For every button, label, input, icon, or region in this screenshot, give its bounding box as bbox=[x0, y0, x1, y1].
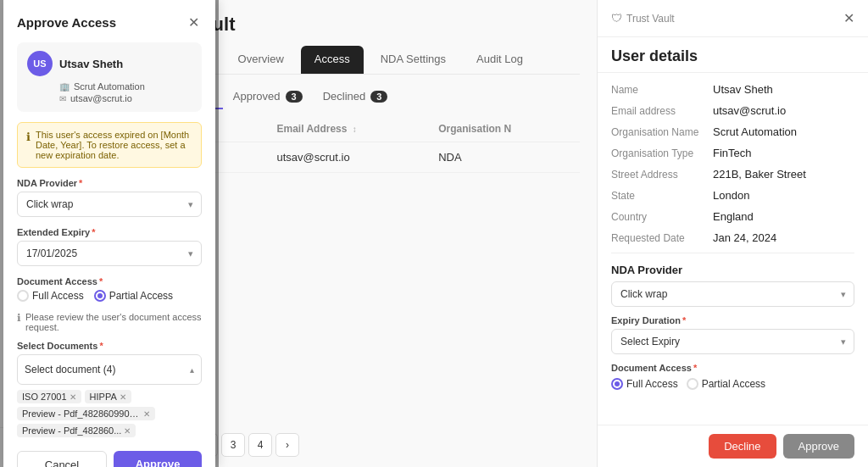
document-access-label: Document Access * bbox=[17, 276, 202, 286]
street-label: Street Address bbox=[611, 168, 713, 181]
col-org: Organisation N bbox=[430, 116, 580, 142]
expiry-label: Expiry Duration * bbox=[611, 315, 854, 325]
full-access-label: Full Access bbox=[32, 290, 84, 302]
state-value: London bbox=[713, 189, 854, 202]
full-access-radio[interactable] bbox=[17, 290, 29, 302]
detail-partial-access-option[interactable]: Partial Access bbox=[687, 378, 765, 390]
detail-nda-provider-select[interactable]: Click wrap bbox=[611, 281, 854, 307]
sub-tab-declined[interactable]: Declined 3 bbox=[313, 85, 398, 109]
tag-close-icon[interactable]: ✕ bbox=[124, 426, 131, 436]
tags-container[interactable]: Select document (4) ▴ bbox=[17, 354, 202, 385]
sort-icon[interactable]: ↕ bbox=[353, 125, 357, 134]
partial-access-label: Partial Access bbox=[109, 290, 173, 302]
selected-tags: ISO 27001 ✕ HIPPA ✕ Preview - Pdf_482860… bbox=[17, 390, 202, 437]
tab-access[interactable]: Access bbox=[301, 46, 364, 74]
doc-access-label: Document Access * bbox=[611, 363, 854, 373]
doc-access-options: Full Access Partial Access bbox=[611, 378, 854, 390]
detail-approve-button[interactable]: Approve bbox=[783, 434, 854, 459]
declined-badge: 3 bbox=[370, 91, 387, 103]
detail-expiry-select-wrap[interactable]: Select Expiry bbox=[611, 329, 854, 354]
detail-street-row: Street Address 221B, Baker Street bbox=[611, 168, 854, 181]
detail-org-type-row: Organisation Type FinTech bbox=[611, 147, 854, 159]
name-value: Utsav Sheth bbox=[713, 83, 854, 96]
nda-provider-group: NDA Provider * Click wrap bbox=[17, 178, 202, 217]
review-text: Please review the user's document access… bbox=[25, 312, 202, 332]
envelope-icon: ✉ bbox=[59, 94, 66, 103]
detail-org-name-row: Organisation Name Scrut Automation bbox=[611, 125, 854, 138]
tag-label: Preview - Pdf_482860990150723.pdf bbox=[22, 409, 141, 419]
next-page-button[interactable]: › bbox=[275, 433, 299, 457]
detail-close-button[interactable]: ✕ bbox=[843, 10, 854, 26]
nda-provider-select-wrapper[interactable]: Click wrap bbox=[17, 192, 202, 217]
chevron-up-icon: ▴ bbox=[190, 365, 194, 375]
approved-badge: 3 bbox=[286, 91, 303, 103]
partial-access-option[interactable]: Partial Access bbox=[94, 290, 173, 302]
extended-expiry-select[interactable]: 17/01/2025 bbox=[17, 241, 202, 266]
detail-nda-select-wrap[interactable]: Click wrap bbox=[611, 281, 854, 307]
tag-item: HIPPA ✕ bbox=[85, 390, 131, 403]
partial-access-radio[interactable] bbox=[94, 290, 106, 302]
building-icon: 🏢 bbox=[59, 82, 70, 92]
tag-item: Preview - Pdf_482860990150723.pdf ✕ bbox=[17, 407, 155, 420]
detail-full-access-radio[interactable] bbox=[611, 378, 623, 390]
full-access-option[interactable]: Full Access bbox=[17, 290, 84, 302]
tag-close-icon[interactable]: ✕ bbox=[120, 392, 126, 402]
warning-box: ℹ This user's access expired on [Month D… bbox=[17, 122, 202, 168]
extended-expiry-label: Extended Expiry * bbox=[17, 227, 202, 237]
document-access-group: Document Access * Full Access Partial Ac… bbox=[17, 276, 202, 302]
user-org-row: 🏢 Scrut Automation bbox=[59, 81, 192, 92]
tag-label: Preview - Pdf_482860... bbox=[22, 425, 121, 436]
detail-full-access-option[interactable]: Full Access bbox=[611, 378, 678, 390]
detail-full-access-label: Full Access bbox=[626, 378, 678, 390]
detail-requested-date-row: Requested Date Jan 24, 2024 bbox=[611, 231, 854, 244]
detail-state-row: State London bbox=[611, 189, 854, 202]
detail-email-row: Email address utsav@scrut.io bbox=[611, 104, 854, 117]
detail-body: Name Utsav Sheth Email address utsav@scr… bbox=[598, 73, 868, 425]
tag-item: Preview - Pdf_482860... ✕ bbox=[17, 424, 136, 437]
select-documents-label: Select Documents * bbox=[17, 341, 202, 351]
user-info-block: US Utsav Sheth 🏢 Scrut Automation ✉ utsa… bbox=[17, 42, 202, 112]
sub-tab-approved[interactable]: Approved 3 bbox=[223, 85, 313, 109]
divider bbox=[611, 253, 854, 253]
detail-header-label: 🛡 Trust Vault bbox=[611, 12, 675, 25]
close-button[interactable]: ✕ bbox=[185, 14, 202, 31]
street-value: 221B, Baker Street bbox=[713, 168, 854, 181]
requested-date-label: Requested Date bbox=[611, 231, 713, 244]
tab-audit-log[interactable]: Audit Log bbox=[463, 46, 537, 74]
requested-date-value: Jan 24, 2024 bbox=[713, 231, 854, 244]
country-label: Country bbox=[611, 210, 713, 223]
user-org: Scrut Automation bbox=[74, 81, 145, 92]
extended-expiry-select-wrapper[interactable]: 17/01/2025 bbox=[17, 241, 202, 266]
modal-footer: Cancel Approve bbox=[17, 451, 202, 467]
document-access-options: Full Access Partial Access bbox=[17, 290, 202, 302]
email-label: Email address bbox=[611, 104, 713, 117]
warning-icon: ℹ bbox=[26, 131, 31, 143]
tag-close-icon[interactable]: ✕ bbox=[70, 392, 76, 402]
approve-button[interactable]: Approve bbox=[114, 451, 202, 467]
approve-panel: Approve Access ✕ US Utsav Sheth 🏢 Scrut … bbox=[3, 0, 215, 467]
col-email: Email Address ↕ bbox=[269, 116, 431, 142]
detail-name-row: Name Utsav Sheth bbox=[611, 83, 854, 96]
detail-expiry-select[interactable]: Select Expiry bbox=[611, 329, 854, 354]
cell-org: NDA bbox=[430, 142, 580, 173]
tag-item: ISO 27001 ✕ bbox=[17, 390, 81, 403]
tag-label: ISO 27001 bbox=[22, 392, 67, 402]
detail-footer: Decline Approve bbox=[598, 425, 868, 467]
warning-text: This user's access expired on [Month Dat… bbox=[36, 130, 192, 160]
email-value: utsav@scrut.io bbox=[713, 104, 854, 117]
tag-close-icon[interactable]: ✕ bbox=[143, 409, 150, 419]
user-email: utsav@scrut.io bbox=[70, 93, 132, 103]
cell-email: utsav@scrut.io bbox=[269, 142, 431, 173]
nda-provider-select[interactable]: Click wrap bbox=[17, 192, 202, 217]
tab-nda-settings[interactable]: NDA Settings bbox=[367, 46, 459, 74]
cancel-button[interactable]: Cancel bbox=[17, 451, 107, 467]
decline-button[interactable]: Decline bbox=[709, 434, 776, 459]
page-3-button[interactable]: 3 bbox=[221, 433, 245, 457]
state-label: State bbox=[611, 189, 713, 202]
tab-overview[interactable]: Overview bbox=[225, 46, 298, 74]
detail-panel: 🛡 Trust Vault ✕ User details Name Utsav … bbox=[597, 0, 868, 467]
page-4-button[interactable]: 4 bbox=[248, 433, 272, 457]
name-label: Name bbox=[611, 83, 713, 96]
country-value: England bbox=[713, 210, 854, 223]
detail-partial-access-radio[interactable] bbox=[687, 378, 698, 390]
